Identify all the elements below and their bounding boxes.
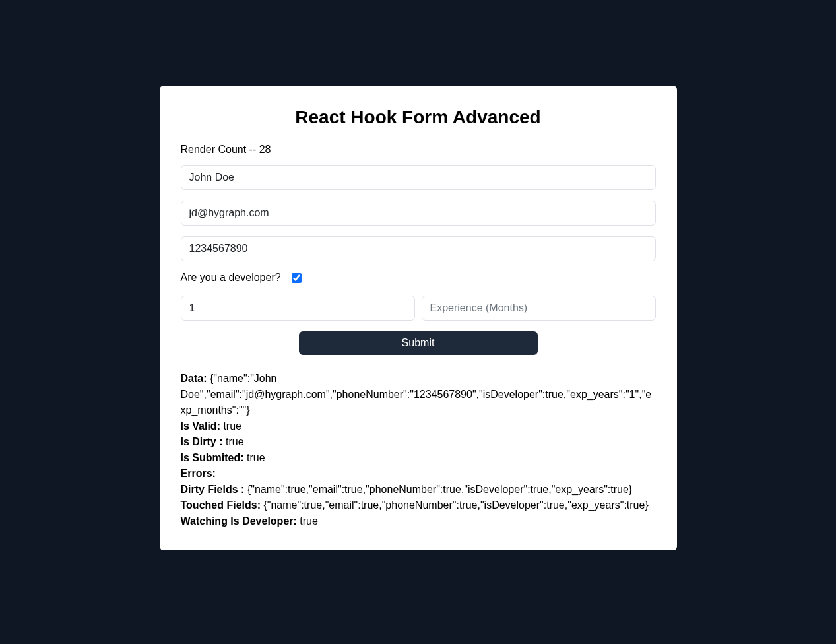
render-count: Render Count -- 28 [181, 144, 656, 156]
output-is-submitted: Is Submited: true [181, 450, 656, 466]
output-watching: Watching Is Developer: true [181, 513, 656, 529]
output-data: Data: {"name":"John Doe","email":"jd@hyg… [181, 371, 656, 418]
form-container: React Hook Form Advanced Render Count --… [160, 86, 677, 550]
submit-button[interactable]: Submit [299, 331, 538, 355]
output-is-valid-value: true [223, 420, 241, 432]
output-is-submitted-value: true [247, 452, 265, 463]
developer-checkbox[interactable] [292, 273, 302, 283]
output-errors-label: Errors: [181, 468, 216, 479]
output-data-label: Data: [181, 373, 210, 384]
output-data-value: {"name":"John Doe","email":"jd@hygraph.c… [181, 373, 652, 416]
output-touched-fields-value: {"name":true,"email":true,"phoneNumber":… [263, 499, 648, 511]
output-dirty-fields: Dirty Fields : {"name":true,"email":true… [181, 482, 656, 498]
output-watching-label: Watching Is Developer: [181, 515, 300, 527]
output-dirty-fields-value: {"name":true,"email":true,"phoneNumber":… [247, 484, 632, 495]
developer-label: Are you a developer? [181, 272, 281, 284]
output-is-dirty-value: true [226, 436, 244, 447]
output-is-valid-label: Is Valid: [181, 420, 224, 432]
developer-checkbox-row: Are you a developer? [181, 272, 656, 284]
output-section: Data: {"name":"John Doe","email":"jd@hyg… [181, 371, 656, 529]
name-input[interactable] [181, 165, 656, 190]
output-is-dirty-label: Is Dirty : [181, 436, 226, 447]
output-touched-fields: Touched Fields: {"name":true,"email":tru… [181, 498, 656, 513]
output-touched-fields-label: Touched Fields: [181, 499, 264, 511]
output-is-dirty: Is Dirty : true [181, 434, 656, 450]
output-is-valid: Is Valid: true [181, 418, 656, 434]
output-watching-value: true [300, 515, 318, 527]
output-dirty-fields-label: Dirty Fields : [181, 484, 247, 495]
experience-row [181, 296, 656, 321]
phone-input[interactable] [181, 236, 656, 261]
exp-months-input[interactable] [422, 296, 656, 321]
output-is-submitted-label: Is Submited: [181, 452, 247, 463]
form-title: React Hook Form Advanced [181, 107, 656, 128]
email-input[interactable] [181, 201, 656, 226]
exp-years-input[interactable] [181, 296, 415, 321]
output-errors: Errors: [181, 466, 656, 482]
